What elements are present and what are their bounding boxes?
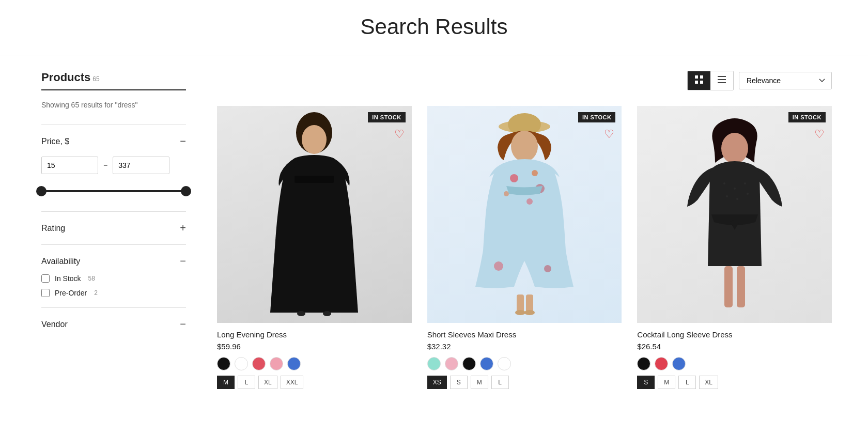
price-min-input[interactable] (41, 157, 98, 174)
color-swatch-blue-2[interactable] (480, 357, 493, 370)
svg-rect-0 (695, 75, 698, 79)
size-XXL-1[interactable]: XXL (281, 376, 304, 389)
availability-checkbox-instock[interactable] (41, 274, 50, 283)
svg-rect-1 (700, 75, 703, 79)
product-card-1[interactable]: IN STOCK ♡ Long Evening Dress $59.96 M L… (217, 106, 412, 389)
sort-select[interactable]: Relevance Price: Low to High Price: High… (739, 72, 832, 89)
instock-count: 58 (88, 275, 95, 282)
svg-rect-6 (718, 82, 726, 83)
size-options-1: M L XL XXL (217, 376, 412, 389)
svg-point-19 (504, 191, 509, 196)
color-swatches-1 (217, 357, 412, 370)
grid-view-button[interactable] (688, 71, 710, 90)
list-view-button[interactable] (710, 71, 733, 90)
svg-point-14 (511, 131, 538, 162)
color-swatches-3 (637, 357, 832, 370)
product-name-1: Long Evening Dress (217, 330, 412, 339)
size-M-3[interactable]: M (658, 376, 675, 389)
svg-rect-2 (695, 81, 698, 84)
grid-icon (695, 75, 703, 84)
svg-rect-3 (700, 81, 703, 84)
vendor-filter-section: Vendor − (41, 307, 186, 340)
rating-filter-section: Rating + (41, 211, 186, 244)
size-XL-3[interactable]: XL (699, 376, 718, 389)
price-range-slider[interactable] (41, 183, 186, 199)
color-swatch-blue-3[interactable] (672, 357, 686, 370)
vendor-filter-header[interactable]: Vendor − (41, 318, 186, 330)
main-layout: Products 65 Showing 65 results for "dres… (21, 55, 847, 405)
svg-point-29 (734, 188, 736, 190)
rating-filter-toggle[interactable]: + (180, 222, 186, 234)
color-swatch-white-1[interactable] (235, 357, 248, 370)
rating-filter-title: Rating (41, 224, 65, 233)
range-thumb-max[interactable] (181, 186, 191, 196)
product-card-3[interactable]: IN STOCK ♡ Cocktail Long Sleeve Dress $2… (637, 106, 832, 389)
svg-rect-34 (724, 266, 733, 307)
price-filter-section: Price, $ − − (41, 125, 186, 211)
availability-filter-title: Availability (41, 257, 80, 266)
stock-badge-1: IN STOCK (368, 112, 405, 122)
size-S-2[interactable]: S (450, 376, 468, 389)
product-image-wrapper-3: IN STOCK ♡ (637, 106, 832, 323)
size-M-2[interactable]: M (471, 376, 488, 389)
size-XL-1[interactable]: XL (258, 376, 277, 389)
color-swatch-pink-2[interactable] (445, 357, 458, 370)
availability-filter-toggle[interactable]: − (180, 255, 186, 267)
wishlist-button-1[interactable]: ♡ (394, 129, 405, 140)
size-S-3[interactable]: S (637, 376, 655, 389)
product-card-2[interactable]: IN STOCK ♡ Short Sleeves Maxi Dress $32.… (427, 106, 622, 389)
size-L-1[interactable]: L (238, 376, 255, 389)
size-M-1[interactable]: M (217, 376, 235, 389)
size-options-3: S M L XL (637, 376, 832, 389)
product-price-2: $32.32 (427, 342, 622, 351)
availability-option-instock[interactable]: In Stock 58 (41, 274, 186, 283)
stock-badge-2: IN STOCK (578, 112, 615, 122)
svg-rect-5 (718, 79, 726, 80)
preorder-count: 2 (94, 289, 98, 297)
availability-option-preorder[interactable]: Pre-Order 2 (41, 289, 186, 297)
size-L-3[interactable]: L (678, 376, 696, 389)
color-swatch-red-3[interactable] (655, 357, 668, 370)
color-swatch-mint-2[interactable] (427, 357, 441, 370)
color-swatch-white-2[interactable] (498, 357, 511, 370)
svg-point-21 (494, 261, 503, 271)
color-swatch-black-2[interactable] (462, 357, 476, 370)
svg-point-8 (302, 125, 327, 154)
product-price-3: $26.54 (637, 342, 832, 351)
svg-rect-9 (295, 176, 334, 183)
size-XS-2[interactable]: XS (427, 376, 447, 389)
availability-checkbox-preorder[interactable] (41, 289, 50, 297)
color-swatch-pink-1[interactable] (270, 357, 283, 370)
sidebar: Products 65 Showing 65 results for "dres… (36, 55, 202, 405)
color-swatch-red-1[interactable] (252, 357, 266, 370)
svg-point-22 (544, 265, 551, 272)
dress-svg-3 (678, 111, 792, 318)
svg-point-25 (515, 310, 525, 315)
wishlist-button-3[interactable]: ♡ (814, 129, 825, 140)
availability-filter-header[interactable]: Availability − (41, 255, 186, 267)
product-name-3: Cocktail Long Sleeve Dress (637, 330, 832, 339)
results-summary: Showing 65 results for "dress" (41, 101, 186, 109)
page-title: Search Results (0, 0, 868, 55)
range-track (41, 190, 186, 192)
size-L-2[interactable]: L (491, 376, 509, 389)
color-swatch-black-3[interactable] (637, 357, 650, 370)
vendor-filter-title: Vendor (41, 320, 68, 329)
price-dash: − (103, 161, 107, 169)
product-image-2 (427, 106, 622, 323)
svg-point-31 (726, 195, 728, 197)
range-thumb-min[interactable] (36, 186, 47, 196)
svg-point-16 (532, 170, 538, 176)
vendor-filter-toggle[interactable]: − (180, 318, 186, 330)
price-filter-title: Price, $ (41, 137, 69, 146)
rating-filter-header[interactable]: Rating + (41, 222, 186, 234)
svg-point-33 (747, 193, 749, 195)
color-swatch-blue-1[interactable] (287, 357, 301, 370)
price-filter-toggle[interactable]: − (180, 135, 186, 147)
wishlist-button-2[interactable]: ♡ (604, 129, 614, 140)
product-image-1 (217, 106, 412, 323)
price-inputs: − (41, 157, 186, 174)
price-filter-header[interactable]: Price, $ − (41, 135, 186, 147)
color-swatch-black-1[interactable] (217, 357, 230, 370)
price-max-input[interactable] (113, 157, 169, 174)
